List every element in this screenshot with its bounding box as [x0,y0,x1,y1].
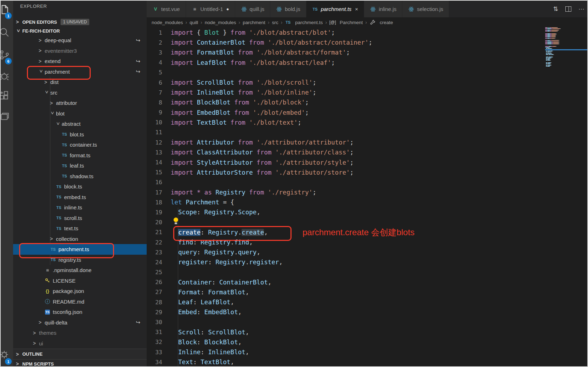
breadcrumb-item-quill[interactable]: quill [190,20,198,25]
activity-badge: 1 [5,358,12,365]
breadcrumb-label: node_modules [205,20,236,25]
chevron-right-icon: > [39,48,43,53]
code-line-24[interactable]: 24 register: Registry.register, [147,257,587,267]
tree-item-scroll-ts[interactable]: TSscroll.ts [13,213,147,224]
tree-item-container-ts[interactable]: TScontainer.ts [13,140,147,150]
code-line-14[interactable]: 14import StyleAttributor from './attribu… [147,157,587,167]
close-icon[interactable]: × [355,6,358,12]
tab-quill-js[interactable]: quill.js [235,1,271,17]
tree-item-eventemitter3[interactable]: >eventemitter3 [13,46,147,56]
code-line-28[interactable]: 28 Leaf: LeafBlot, [147,297,587,307]
tree-item-abstract[interactable]: >abstract [13,119,147,129]
tree-item-inline-ts[interactable]: TSinline.ts [13,202,147,213]
tree-item--npminstall-done[interactable]: ≡.npminstall.done [13,265,147,276]
code-line-10[interactable]: 10import TextBlot from './blot/text'; [147,118,587,128]
code-line-15[interactable]: 15import AttributorStore from './attribu… [147,168,587,177]
code-line-32[interactable]: 32 Block: BlockBlot, [147,337,587,347]
code-line-18[interactable]: 18let Parchment = { [147,197,587,207]
code-editor[interactable]: 1import { Blot } from './blot/abstract/b… [147,28,587,366]
tree-item-extend[interactable]: >extend↪ [13,56,147,67]
tab-inline-js[interactable]: inline.js [364,1,402,17]
code-line-5[interactable]: 5 [147,68,587,78]
code-line-16[interactable]: 16 [147,177,587,187]
lightbulb-icon[interactable] [173,218,179,225]
npm-scripts-section[interactable]: > NPM SCRIPTS [13,359,147,367]
gear-icon[interactable]: 1 [1,349,12,363]
project-icon[interactable] [1,111,12,125]
breadcrumb-item-parchment[interactable]: [@]Parchment [329,20,363,25]
tree-item-text-ts[interactable]: TStext.ts [13,223,147,234]
tree-item-deep-equal[interactable]: >deep-equal↪ [13,35,147,46]
code-line-30[interactable]: 30 [147,317,587,327]
code-line-33[interactable]: 33 Inline: InlineBlot, [147,347,587,357]
breadcrumb-item-parchment[interactable]: parchment [243,20,265,25]
open-editors-section[interactable]: > OPEN EDITORS 1 UNSAVED [13,17,147,27]
tree-item-parchment[interactable]: >parchment↪ [13,67,147,77]
tree-item-ui[interactable]: >ui [13,338,147,349]
tree-item-blot[interactable]: >blot [13,108,147,119]
code-line-27[interactable]: 27 Format: FormatBlot, [147,287,587,297]
tree-item-package-json[interactable]: {}package.json [13,286,147,297]
code-line-34[interactable]: 34 Text: TextBlot, [147,357,587,367]
code-line-2[interactable]: 2import ContainerBlot from './blot/abstr… [147,38,587,47]
tree-item-tsconfig-json[interactable]: TStsconfig.json [13,307,147,317]
code-line-3[interactable]: 3import FormatBlot from './blot/abstract… [147,47,587,57]
files-icon[interactable]: 1 [1,4,12,18]
breadcrumb-item-node-modules[interactable]: node_modules [152,20,183,25]
tab-parchment-ts[interactable]: TSparchment.ts× [306,1,364,17]
open-changes-icon[interactable]: ⇅ [553,5,558,13]
minimap[interactable] [545,27,573,77]
tree-item-leaf-ts[interactable]: TSleaf.ts [13,160,147,171]
extensions-icon[interactable] [1,90,12,104]
breadcrumb-item-src[interactable]: src [272,20,278,25]
code-line-8[interactable]: 8import BlockBlot from './blot/block'; [147,97,587,107]
code-line-31[interactable]: 31 Scroll: ScrollBlot, [147,327,587,337]
code-line-11[interactable]: 11 [147,128,587,137]
tab-test-vue[interactable]: Vtest.vue [147,1,186,17]
split-editor-icon[interactable] [565,6,571,12]
tree-item-format-ts[interactable]: TSformat.ts [13,150,147,161]
tree-item-block-ts[interactable]: TSblock.ts [13,181,147,192]
code-line-25[interactable]: 25 [147,267,587,277]
line-number: 28 [147,299,162,306]
tree-item-parchment-ts[interactable]: TSparchment.ts [13,244,147,255]
tree-item-registry-ts[interactable]: TSregistry.ts [13,255,147,265]
tree-item-embed-ts[interactable]: TSembed.ts [13,192,147,203]
source-control-icon[interactable]: 6 [1,49,12,63]
code-line-29[interactable]: 29 Embed: EmbedBlot, [147,307,587,317]
tree-item-license[interactable]: LICENSE [13,276,147,286]
tab-untitled-1[interactable]: ≡Untitled-1● [186,1,235,17]
code-line-1[interactable]: 1import { Blot } from './blot/abstract/b… [147,28,587,38]
code-line-19[interactable]: 19 Scope: Registry.Scope, [147,207,587,217]
tree-item-attributor[interactable]: >attributor [13,98,147,108]
tab-bold-js[interactable]: bold.js [270,1,306,17]
tree-item-dist[interactable]: >dist [13,77,147,87]
code-line-23[interactable]: 23 query: Registry.query, [147,247,587,257]
code-line-12[interactable]: 12import Attributor from './attributor/a… [147,137,587,147]
tree-item-shadow-ts[interactable]: TSshadow.ts [13,171,147,182]
breadcrumb-item-create[interactable]: create [369,20,393,25]
breadcrumb-item-node-modules[interactable]: node_modules [205,20,236,25]
code-line-22[interactable]: 22 find: Registry.find, [147,237,587,247]
tree-item-themes[interactable]: >themes [13,328,147,338]
search-icon[interactable] [1,26,12,40]
tree-item-src[interactable]: >src [13,87,147,98]
tree-item-collection[interactable]: >collection [13,234,147,244]
more-actions-icon[interactable]: ··· [578,6,584,13]
outline-section[interactable]: > OUTLINE [13,349,147,359]
breadcrumb-item-parchment-ts[interactable]: TSparchment.ts [285,20,323,25]
debug-icon[interactable] [1,70,12,84]
code-line-9[interactable]: 9import EmbedBlot from './blot/embed'; [147,108,587,118]
code-line-7[interactable]: 7import InlineBlot from './blot/inline'; [147,87,587,97]
workspace-root-section[interactable]: > FE-RICH-EDITOR [13,27,147,35]
tree-item-readme-md[interactable]: iREADME.md [13,297,147,307]
code-line-6[interactable]: 6import ScrollBlot from './blot/scroll'; [147,78,587,87]
code-line-4[interactable]: 4import LeafBlot from './blot/abstract/l… [147,58,587,68]
code-line-26[interactable]: 26 Container: ContainerBlot, [147,277,587,287]
tree-item-label: leaf.ts [70,163,84,169]
code-line-13[interactable]: 13import ClassAttributor from './attribu… [147,147,587,157]
tab-selection-js[interactable]: selection.js [402,1,449,17]
code-line-17[interactable]: 17import * as Registry from './registry'… [147,187,587,197]
tree-item-quill-delta[interactable]: >quill-delta↪ [13,317,147,328]
tree-item-blot-ts[interactable]: TSblot.ts [13,129,147,140]
